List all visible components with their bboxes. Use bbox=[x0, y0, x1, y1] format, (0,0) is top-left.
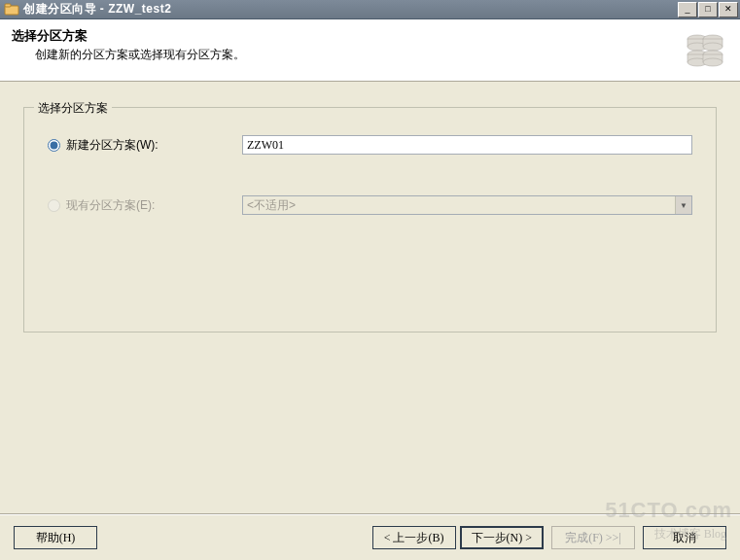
existing-scheme-label: 现有分区方案(E): bbox=[66, 197, 155, 214]
existing-scheme-radio-wrap: 现有分区方案(E): bbox=[48, 197, 242, 214]
wizard-content: 选择分区方案 新建分区方案(W): 现有分区方案(E): <不适用> ▼ bbox=[0, 82, 740, 513]
app-icon bbox=[4, 2, 19, 18]
groupbox-legend: 选择分区方案 bbox=[34, 100, 112, 117]
existing-scheme-row: 现有分区方案(E): <不适用> ▼ bbox=[48, 195, 692, 215]
new-scheme-label: 新建分区方案(W): bbox=[66, 137, 159, 154]
back-button[interactable]: < 上一步(B) bbox=[372, 526, 456, 549]
database-icon bbox=[682, 27, 728, 74]
page-title: 选择分区方案 bbox=[12, 27, 674, 45]
new-scheme-row: 新建分区方案(W): bbox=[48, 135, 692, 155]
cancel-button[interactable]: 取消 bbox=[643, 526, 726, 549]
new-scheme-radio[interactable] bbox=[48, 139, 60, 152]
title-bar: 创建分区向导 - ZZW_test2 _ □ ✕ bbox=[0, 0, 740, 19]
existing-scheme-radio bbox=[48, 199, 60, 212]
new-scheme-radio-wrap[interactable]: 新建分区方案(W): bbox=[48, 137, 242, 154]
wizard-window: 创建分区向导 - ZZW_test2 _ □ ✕ 选择分区方案 创建新的分区方案… bbox=[0, 0, 740, 560]
new-scheme-input[interactable] bbox=[242, 135, 692, 155]
footer-separator bbox=[0, 513, 740, 515]
svg-rect-1 bbox=[5, 4, 11, 7]
wizard-footer: 帮助(H) < 上一步(B) 下一步(N) > 完成(F) >>| 取消 bbox=[0, 519, 740, 560]
maximize-button[interactable]: □ bbox=[698, 2, 718, 18]
page-subtitle: 创建新的分区方案或选择现有分区方案。 bbox=[35, 47, 674, 63]
close-button[interactable]: ✕ bbox=[719, 2, 738, 18]
window-title: 创建分区向导 - ZZW_test2 bbox=[23, 1, 677, 18]
svg-point-7 bbox=[703, 43, 722, 51]
svg-point-13 bbox=[703, 58, 722, 66]
wizard-header: 选择分区方案 创建新的分区方案或选择现有分区方案。 bbox=[0, 19, 740, 82]
scheme-groupbox: 选择分区方案 新建分区方案(W): 现有分区方案(E): <不适用> ▼ bbox=[23, 107, 717, 332]
finish-button: 完成(F) >>| bbox=[551, 526, 635, 549]
combo-value: <不适用> bbox=[247, 197, 296, 214]
help-button[interactable]: 帮助(H) bbox=[14, 526, 97, 549]
existing-scheme-combo: <不适用> ▼ bbox=[242, 195, 692, 215]
window-controls: _ □ ✕ bbox=[677, 2, 738, 18]
next-button[interactable]: 下一步(N) > bbox=[460, 526, 544, 549]
minimize-button[interactable]: _ bbox=[678, 2, 697, 18]
chevron-down-icon: ▼ bbox=[675, 196, 691, 214]
